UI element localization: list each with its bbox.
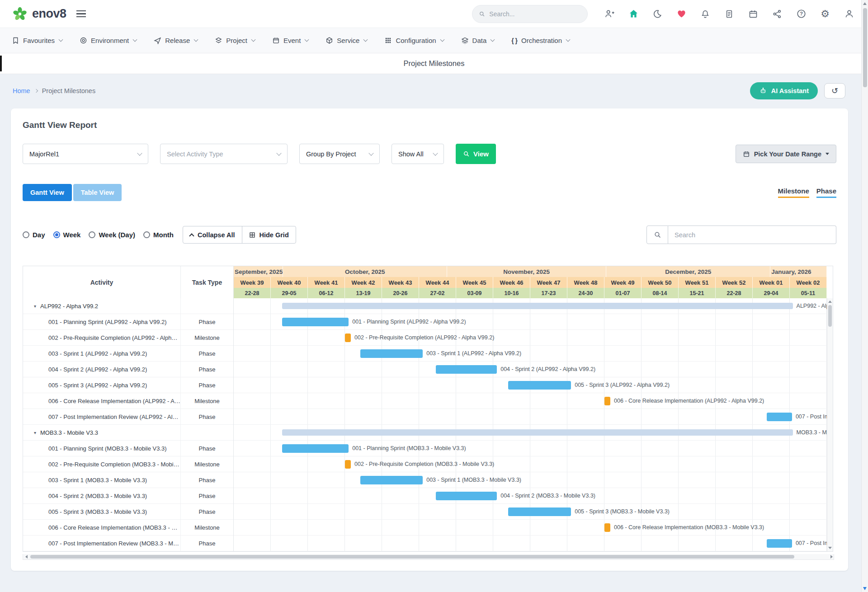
gantt-task-row[interactable]: 004 - Sprint 2 (MOB3.3 - Mobile V3.3)Pha… (23, 488, 233, 504)
breadcrumb-home-link[interactable]: Home (13, 87, 30, 94)
radio-week[interactable] (53, 231, 60, 238)
notifications-bell-icon[interactable] (700, 9, 711, 19)
gantt-search-button[interactable] (646, 226, 668, 244)
gantt-task-row[interactable]: 006 - Core Release Implementation (MOB3.… (23, 520, 233, 536)
gantt-bar-milestone[interactable] (604, 523, 610, 532)
scrollbar-thumb[interactable] (863, 8, 867, 87)
gantt-task-row[interactable]: 005 - Sprint 3 (MOB3.3 - Mobile V3.3)Pha… (23, 504, 233, 520)
radio-month[interactable] (143, 231, 150, 238)
gantt-task-row[interactable]: 007 - Post Implementation Review (ALP992… (23, 409, 233, 425)
gantt-task-row[interactable]: 004 - Sprint 2 (ALP992 - Alpha V99.2)Pha… (23, 362, 233, 377)
user-plus-icon[interactable] (604, 9, 615, 19)
scroll-up-arrow[interactable] (828, 301, 832, 303)
account-icon[interactable] (844, 9, 854, 19)
gantt-bar-phase[interactable] (436, 365, 497, 374)
history-button[interactable]: ↺ (824, 83, 845, 99)
help-icon[interactable]: ? (796, 9, 807, 19)
scroll-up-arrow[interactable] (863, 2, 867, 5)
nav-item-project[interactable]: Project (215, 37, 255, 44)
gantt-bar-summary[interactable] (282, 303, 793, 309)
nav-item-favourites[interactable]: Favourites (12, 37, 62, 44)
ai-assistant-button[interactable]: AI Assistant (750, 82, 818, 99)
gantt-bar-milestone[interactable] (604, 397, 610, 405)
global-search-input[interactable] (489, 10, 581, 18)
scale-option-day[interactable]: Day (23, 231, 45, 239)
nav-item-configuration[interactable]: Configuration (384, 37, 443, 44)
gantt-task-row[interactable]: 006 - Core Release Implementation (ALP99… (23, 393, 233, 409)
gantt-task-row[interactable]: 001 - Planning Sprint (ALP992 - Alpha V9… (23, 314, 233, 330)
settings-gear-icon[interactable]: ⚙ (820, 9, 830, 19)
favourites-heart-icon[interactable] (676, 9, 687, 19)
activity-type-select[interactable]: Select Activity Type (160, 144, 288, 164)
gantt-task-row[interactable]: 002 - Pre-Requisite Completion (MOB3.3 -… (23, 456, 233, 472)
scale-option-month[interactable]: Month (143, 231, 174, 239)
radio-week-day[interactable] (89, 231, 95, 238)
dark-mode-icon[interactable] (652, 9, 663, 19)
calendar-icon[interactable] (748, 9, 759, 19)
nav-item-data[interactable]: Data (461, 37, 495, 44)
enov8-logo[interactable]: enov8 (12, 6, 66, 22)
gantt-bar-phase[interactable] (360, 476, 423, 484)
scroll-down-arrow[interactable] (828, 547, 832, 549)
gantt-bar-phase[interactable] (282, 318, 349, 326)
gantt-task-row[interactable]: 005 - Sprint 3 (ALP992 - Alpha V99.2)Pha… (23, 377, 233, 393)
tab-gantt-view[interactable]: Gantt View (23, 184, 72, 201)
task-type-cell: Phase (181, 488, 233, 504)
reports-document-icon[interactable] (724, 9, 735, 19)
scrollbar-thumb[interactable] (828, 305, 832, 327)
gantt-bar-summary[interactable] (282, 429, 793, 436)
global-search[interactable] (472, 5, 588, 23)
gantt-bar-phase[interactable] (767, 413, 792, 421)
radio-day[interactable] (23, 231, 29, 238)
scroll-right-arrow[interactable] (830, 555, 833, 559)
nav-item-event[interactable]: Event (272, 37, 308, 44)
gantt-task-row[interactable]: 003 - Sprint 1 (MOB3.3 - Mobile V3.3)Pha… (23, 472, 233, 488)
gantt-bar-milestone[interactable] (345, 460, 351, 469)
group-by-select[interactable]: Group By Project (299, 144, 380, 164)
gantt-bar-label: 007 - Post Implementation Review (ALP992… (796, 409, 827, 425)
scale-option-week[interactable]: Week (53, 231, 81, 239)
gantt-bar-phase[interactable] (282, 444, 349, 453)
time-scale-options: Day Week Week (Day) Month (23, 231, 174, 239)
tab-table-view[interactable]: Table View (73, 184, 122, 201)
nav-item-release[interactable]: Release (154, 37, 198, 44)
date-cell: 15-21 (679, 288, 716, 298)
gantt-bar-milestone[interactable] (345, 334, 351, 342)
gantt-task-row[interactable]: 001 - Planning Sprint (MOB3.3 - Mobile V… (23, 441, 233, 456)
show-all-select[interactable]: Show All (392, 144, 444, 164)
gantt-bar-phase[interactable] (508, 507, 571, 516)
home-icon[interactable] (628, 9, 639, 19)
gantt-task-row[interactable]: 002 - Pre-Requisite Completion (ALP992 -… (23, 330, 233, 346)
share-icon[interactable] (772, 9, 783, 19)
gantt-task-row[interactable]: 003 - Sprint 1 (ALP992 - Alpha V99.2)Pha… (23, 346, 233, 362)
nav-item-orchestration[interactable]: { } Orchestration (511, 37, 570, 44)
view-button[interactable]: View (456, 144, 496, 164)
gantt-bar-phase[interactable] (436, 492, 497, 500)
gantt-group-row[interactable]: ▾ALP992 - Alpha V99.2 (23, 298, 233, 314)
scale-option-week-day[interactable]: Week (Day) (89, 231, 135, 239)
scroll-left-arrow[interactable] (25, 555, 28, 559)
collapse-caret-icon[interactable]: ▾ (34, 304, 36, 309)
nav-item-service[interactable]: Service (326, 37, 367, 44)
page-scrollbar[interactable] (861, 0, 868, 592)
gantt-task-row[interactable]: 007 - Post Implementation Review (MOB3.3… (23, 536, 233, 551)
collapse-caret-icon[interactable]: ▾ (34, 430, 36, 435)
gantt-vertical-scrollbar[interactable] (827, 298, 833, 551)
month-header-row: September, 2025October, 2025November, 20… (234, 266, 827, 277)
gantt-group-row[interactable]: ▾MOB3.3 - Mobile V3.3 (23, 425, 233, 441)
nav-item-environment[interactable]: Environment (80, 37, 137, 44)
release-select[interactable]: MajorRel1 (23, 144, 148, 164)
menu-icon[interactable] (76, 10, 86, 17)
gantt-bar-phase[interactable] (360, 349, 423, 358)
scroll-down-arrow[interactable] (863, 587, 867, 590)
gantt-bar-phase[interactable] (508, 381, 571, 390)
scrollbar-thumb[interactable] (30, 555, 794, 559)
gantt-bar-phase[interactable] (767, 539, 792, 548)
gantt-horizontal-scrollbar[interactable] (23, 554, 834, 560)
data-stack-icon (461, 37, 469, 44)
date-range-button[interactable]: Pick Your Date Range (736, 145, 836, 163)
gantt-search-input[interactable] (668, 226, 836, 244)
gantt-chart-row: 003 - Sprint 1 (MOB3.3 - Mobile V3.3) (234, 472, 827, 488)
hide-grid-button[interactable]: Hide Grid (242, 226, 296, 243)
collapse-all-button[interactable]: Collapse All (183, 226, 241, 243)
